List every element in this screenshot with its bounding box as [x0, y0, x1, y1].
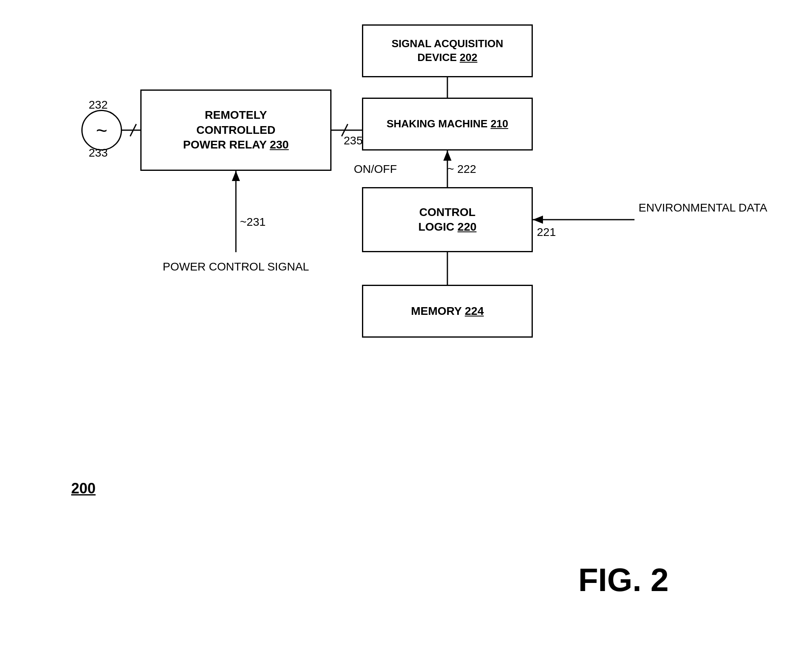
mem-number: 224: [465, 305, 484, 317]
svg-line-1: [130, 124, 136, 136]
ref-221-label: 221: [537, 226, 556, 239]
figure-label: FIG. 2: [578, 561, 669, 599]
ref-233-label: 233: [89, 146, 108, 159]
power-relay-label: REMOTELYCONTROLLEDPOWER RELAY 230: [183, 108, 289, 152]
signal-acquisition-label: SIGNAL ACQUISITIONDEVICE 202: [392, 37, 503, 65]
control-logic-label: CONTROLLOGIC 220: [418, 205, 476, 235]
svg-marker-5: [443, 151, 451, 161]
signal-acquisition-box: SIGNAL ACQUISITIONDEVICE 202: [362, 24, 533, 77]
sm-number: 210: [491, 118, 508, 130]
ref-232-label: 232: [89, 98, 108, 111]
diagram-container: ~ 232 233 REMOTELYCONTROLLEDPOWER RELAY …: [0, 0, 811, 672]
ref-222-label: ~ 222: [447, 163, 476, 176]
ac-symbol: ~: [96, 119, 107, 142]
memory-box: MEMORY 224: [362, 285, 533, 338]
svg-marker-9: [533, 216, 543, 224]
power-control-signal-label: POWER CONTROL SIGNAL: [163, 260, 309, 273]
on-off-label: ON/OFF: [354, 163, 397, 176]
ref-231-label: ~231: [240, 216, 266, 229]
sad-number: 202: [460, 51, 477, 63]
cl-number: 220: [458, 220, 477, 233]
power-relay-box: REMOTELYCONTROLLEDPOWER RELAY 230: [140, 89, 331, 171]
shaking-machine-label: SHAKING MACHINE 210: [386, 117, 508, 131]
shaking-machine-box: SHAKING MACHINE 210: [362, 98, 533, 151]
memory-label: MEMORY 224: [411, 304, 484, 319]
power-relay-number: 230: [270, 138, 289, 151]
ref-235-label: 235: [344, 134, 363, 147]
diagram-number: 200: [71, 480, 96, 497]
environmental-data-label: ENVIRONMENTAL DATA: [639, 201, 767, 214]
ac-source: ~: [81, 110, 122, 151]
svg-marker-7: [232, 171, 240, 181]
control-logic-box: CONTROLLOGIC 220: [362, 187, 533, 252]
